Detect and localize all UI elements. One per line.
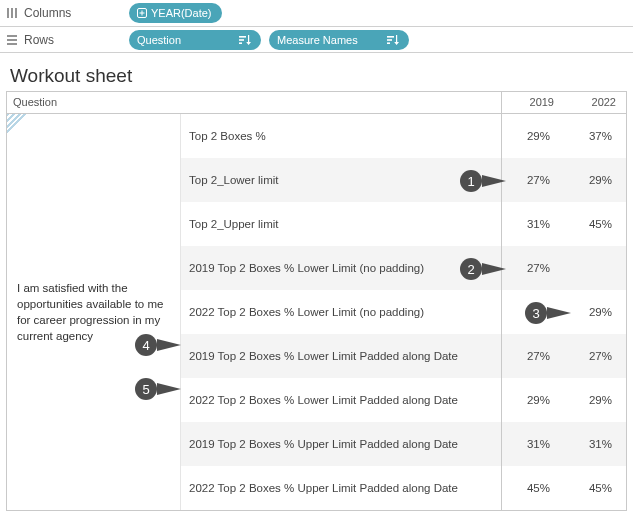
pill-label: Measure Names xyxy=(277,34,358,46)
sheet-title: Workout sheet xyxy=(6,59,627,91)
svg-marker-16 xyxy=(394,35,399,45)
measure-label[interactable]: 2022 Top 2 Boxes % Lower Limit (no paddi… xyxy=(181,290,501,334)
row-header-text: I am satisfied with the opportunities av… xyxy=(17,280,170,344)
year-header-2022[interactable]: 2022 xyxy=(564,92,626,113)
measure-label[interactable]: Top 2_Lower limit xyxy=(181,158,501,202)
cell[interactable]: 45% xyxy=(564,202,626,246)
cell[interactable]: 37% xyxy=(564,114,626,158)
svg-marker-12 xyxy=(246,35,251,45)
measure-label[interactable]: 2022 Top 2 Boxes % Upper Limit Padded al… xyxy=(181,466,501,510)
crosstab-header: Question 2019 2022 xyxy=(7,92,626,114)
cell[interactable]: 27% xyxy=(502,246,564,290)
cell[interactable]: 27% xyxy=(502,334,564,378)
measure-label[interactable]: Top 2_Upper limit xyxy=(181,202,501,246)
crosstab-body: I am satisfied with the opportunities av… xyxy=(7,114,626,510)
cell[interactable] xyxy=(564,246,626,290)
pill-question[interactable]: Question xyxy=(129,30,261,50)
cell[interactable] xyxy=(502,290,564,334)
cell[interactable]: 27% xyxy=(502,158,564,202)
cell[interactable]: 29% xyxy=(564,158,626,202)
cell[interactable]: 45% xyxy=(564,466,626,510)
svg-rect-11 xyxy=(239,42,242,44)
measures-column: Top 2 Boxes % Top 2_Lower limit Top 2_Up… xyxy=(181,114,502,510)
columns-shelf-label: Columns xyxy=(6,6,121,20)
cell[interactable]: 31% xyxy=(564,422,626,466)
svg-rect-14 xyxy=(387,39,392,41)
measure-label[interactable]: 2022 Top 2 Boxes % Lower Limit Padded al… xyxy=(181,378,501,422)
measure-label[interactable]: Top 2 Boxes % xyxy=(181,114,501,158)
rows-shelf[interactable]: Rows Question Measure Names xyxy=(0,26,633,52)
crosstab: Question 2019 2022 I am satisfied with t… xyxy=(6,91,627,511)
year-header-2019[interactable]: 2019 xyxy=(502,92,564,113)
columns-icon xyxy=(6,7,18,19)
values-2022: 37% 29% 45% 29% 27% 29% 31% 45% xyxy=(564,114,626,510)
svg-rect-9 xyxy=(239,36,246,38)
cell[interactable]: 27% xyxy=(564,334,626,378)
sort-icon xyxy=(239,35,251,45)
cell[interactable]: 29% xyxy=(564,290,626,334)
cell[interactable]: 29% xyxy=(502,378,564,422)
shelves: Columns YEAR(Date) Rows Question Measure… xyxy=(0,0,633,53)
rows-shelf-label: Rows xyxy=(6,33,121,47)
plus-icon xyxy=(137,8,147,18)
measure-label[interactable]: 2019 Top 2 Boxes % Lower Limit Padded al… xyxy=(181,334,501,378)
pill-label: YEAR(Date) xyxy=(151,7,212,19)
columns-label-text: Columns xyxy=(24,6,71,20)
cell[interactable]: 29% xyxy=(502,114,564,158)
pill-label: Question xyxy=(137,34,181,46)
cell[interactable]: 31% xyxy=(502,202,564,246)
rows-icon xyxy=(6,34,18,46)
question-header[interactable]: Question xyxy=(7,92,502,113)
svg-rect-15 xyxy=(387,42,390,44)
measure-label[interactable]: 2019 Top 2 Boxes % Upper Limit Padded al… xyxy=(181,422,501,466)
values-2019: 29% 27% 31% 27% 27% 29% 31% 45% xyxy=(502,114,564,510)
worksheet-area: Workout sheet Question 2019 2022 I am sa… xyxy=(0,53,633,511)
pill-measure-names[interactable]: Measure Names xyxy=(269,30,409,50)
cell[interactable]: 45% xyxy=(502,466,564,510)
pill-year-date[interactable]: YEAR(Date) xyxy=(129,3,222,23)
measure-label[interactable]: 2019 Top 2 Boxes % Lower Limit (no paddi… xyxy=(181,246,501,290)
row-header-question[interactable]: I am satisfied with the opportunities av… xyxy=(7,114,181,510)
svg-rect-10 xyxy=(239,39,244,41)
cell[interactable]: 31% xyxy=(502,422,564,466)
columns-shelf[interactable]: Columns YEAR(Date) xyxy=(0,0,633,26)
svg-rect-13 xyxy=(387,36,394,38)
cell[interactable]: 29% xyxy=(564,378,626,422)
values-area: 29% 27% 31% 27% 27% 29% 31% 45% 37% 29% … xyxy=(502,114,626,510)
sort-icon xyxy=(387,35,399,45)
rows-label-text: Rows xyxy=(24,33,54,47)
corner-indicator-icon xyxy=(7,114,27,134)
